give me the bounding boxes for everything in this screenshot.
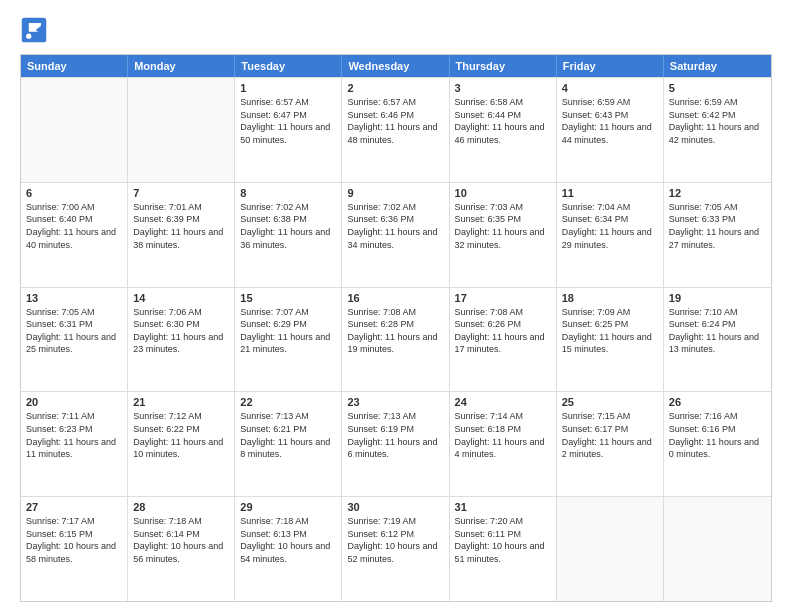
calendar-cell-2-6: 19Sunrise: 7:10 AMSunset: 6:24 PMDayligh… bbox=[664, 288, 771, 392]
calendar-cell-4-3: 30Sunrise: 7:19 AMSunset: 6:12 PMDayligh… bbox=[342, 497, 449, 601]
cell-info: Sunrise: 7:08 AMSunset: 6:28 PMDaylight:… bbox=[347, 306, 443, 356]
cell-date: 12 bbox=[669, 187, 766, 199]
cell-date: 30 bbox=[347, 501, 443, 513]
cell-info: Sunrise: 7:11 AMSunset: 6:23 PMDaylight:… bbox=[26, 410, 122, 460]
calendar-body: 1Sunrise: 6:57 AMSunset: 6:47 PMDaylight… bbox=[21, 77, 771, 601]
cell-date: 21 bbox=[133, 396, 229, 408]
cell-info: Sunrise: 6:57 AMSunset: 6:47 PMDaylight:… bbox=[240, 96, 336, 146]
calendar-cell-0-5: 4Sunrise: 6:59 AMSunset: 6:43 PMDaylight… bbox=[557, 78, 664, 182]
calendar-row-2: 13Sunrise: 7:05 AMSunset: 6:31 PMDayligh… bbox=[21, 287, 771, 392]
calendar-cell-0-6: 5Sunrise: 6:59 AMSunset: 6:42 PMDaylight… bbox=[664, 78, 771, 182]
cell-info: Sunrise: 7:04 AMSunset: 6:34 PMDaylight:… bbox=[562, 201, 658, 251]
cell-date: 27 bbox=[26, 501, 122, 513]
calendar-cell-0-3: 2Sunrise: 6:57 AMSunset: 6:46 PMDaylight… bbox=[342, 78, 449, 182]
calendar-cell-3-2: 22Sunrise: 7:13 AMSunset: 6:21 PMDayligh… bbox=[235, 392, 342, 496]
cell-info: Sunrise: 7:00 AMSunset: 6:40 PMDaylight:… bbox=[26, 201, 122, 251]
header-day-thursday: Thursday bbox=[450, 55, 557, 77]
calendar-cell-4-4: 31Sunrise: 7:20 AMSunset: 6:11 PMDayligh… bbox=[450, 497, 557, 601]
cell-info: Sunrise: 7:05 AMSunset: 6:31 PMDaylight:… bbox=[26, 306, 122, 356]
cell-date: 3 bbox=[455, 82, 551, 94]
cell-info: Sunrise: 7:16 AMSunset: 6:16 PMDaylight:… bbox=[669, 410, 766, 460]
cell-date: 7 bbox=[133, 187, 229, 199]
calendar-cell-0-4: 3Sunrise: 6:58 AMSunset: 6:44 PMDaylight… bbox=[450, 78, 557, 182]
header-day-saturday: Saturday bbox=[664, 55, 771, 77]
calendar-cell-3-6: 26Sunrise: 7:16 AMSunset: 6:16 PMDayligh… bbox=[664, 392, 771, 496]
cell-date: 25 bbox=[562, 396, 658, 408]
header-day-sunday: Sunday bbox=[21, 55, 128, 77]
cell-date: 6 bbox=[26, 187, 122, 199]
cell-date: 24 bbox=[455, 396, 551, 408]
cell-info: Sunrise: 7:19 AMSunset: 6:12 PMDaylight:… bbox=[347, 515, 443, 565]
cell-date: 13 bbox=[26, 292, 122, 304]
cell-info: Sunrise: 6:58 AMSunset: 6:44 PMDaylight:… bbox=[455, 96, 551, 146]
logo bbox=[20, 16, 52, 44]
cell-info: Sunrise: 7:07 AMSunset: 6:29 PMDaylight:… bbox=[240, 306, 336, 356]
cell-date: 28 bbox=[133, 501, 229, 513]
cell-date: 29 bbox=[240, 501, 336, 513]
cell-date: 1 bbox=[240, 82, 336, 94]
cell-info: Sunrise: 7:06 AMSunset: 6:30 PMDaylight:… bbox=[133, 306, 229, 356]
cell-info: Sunrise: 7:18 AMSunset: 6:13 PMDaylight:… bbox=[240, 515, 336, 565]
calendar-row-3: 20Sunrise: 7:11 AMSunset: 6:23 PMDayligh… bbox=[21, 391, 771, 496]
cell-info: Sunrise: 7:17 AMSunset: 6:15 PMDaylight:… bbox=[26, 515, 122, 565]
calendar-cell-3-5: 25Sunrise: 7:15 AMSunset: 6:17 PMDayligh… bbox=[557, 392, 664, 496]
calendar-cell-1-3: 9Sunrise: 7:02 AMSunset: 6:36 PMDaylight… bbox=[342, 183, 449, 287]
cell-date: 14 bbox=[133, 292, 229, 304]
cell-date: 11 bbox=[562, 187, 658, 199]
calendar-cell-1-6: 12Sunrise: 7:05 AMSunset: 6:33 PMDayligh… bbox=[664, 183, 771, 287]
cell-info: Sunrise: 7:09 AMSunset: 6:25 PMDaylight:… bbox=[562, 306, 658, 356]
header-day-wednesday: Wednesday bbox=[342, 55, 449, 77]
calendar-cell-3-0: 20Sunrise: 7:11 AMSunset: 6:23 PMDayligh… bbox=[21, 392, 128, 496]
cell-date: 19 bbox=[669, 292, 766, 304]
header-day-tuesday: Tuesday bbox=[235, 55, 342, 77]
calendar-cell-2-3: 16Sunrise: 7:08 AMSunset: 6:28 PMDayligh… bbox=[342, 288, 449, 392]
calendar-cell-2-2: 15Sunrise: 7:07 AMSunset: 6:29 PMDayligh… bbox=[235, 288, 342, 392]
calendar-cell-1-2: 8Sunrise: 7:02 AMSunset: 6:38 PMDaylight… bbox=[235, 183, 342, 287]
calendar-cell-2-0: 13Sunrise: 7:05 AMSunset: 6:31 PMDayligh… bbox=[21, 288, 128, 392]
cell-info: Sunrise: 7:14 AMSunset: 6:18 PMDaylight:… bbox=[455, 410, 551, 460]
cell-info: Sunrise: 7:01 AMSunset: 6:39 PMDaylight:… bbox=[133, 201, 229, 251]
calendar-cell-1-0: 6Sunrise: 7:00 AMSunset: 6:40 PMDaylight… bbox=[21, 183, 128, 287]
header bbox=[20, 16, 772, 44]
cell-date: 9 bbox=[347, 187, 443, 199]
cell-info: Sunrise: 6:59 AMSunset: 6:42 PMDaylight:… bbox=[669, 96, 766, 146]
cell-date: 23 bbox=[347, 396, 443, 408]
calendar-cell-4-0: 27Sunrise: 7:17 AMSunset: 6:15 PMDayligh… bbox=[21, 497, 128, 601]
cell-info: Sunrise: 7:02 AMSunset: 6:38 PMDaylight:… bbox=[240, 201, 336, 251]
calendar-cell-1-4: 10Sunrise: 7:03 AMSunset: 6:35 PMDayligh… bbox=[450, 183, 557, 287]
cell-info: Sunrise: 7:20 AMSunset: 6:11 PMDaylight:… bbox=[455, 515, 551, 565]
calendar-cell-2-5: 18Sunrise: 7:09 AMSunset: 6:25 PMDayligh… bbox=[557, 288, 664, 392]
calendar-cell-3-4: 24Sunrise: 7:14 AMSunset: 6:18 PMDayligh… bbox=[450, 392, 557, 496]
cell-date: 8 bbox=[240, 187, 336, 199]
calendar-cell-4-2: 29Sunrise: 7:18 AMSunset: 6:13 PMDayligh… bbox=[235, 497, 342, 601]
cell-date: 5 bbox=[669, 82, 766, 94]
cell-date: 18 bbox=[562, 292, 658, 304]
logo-icon bbox=[20, 16, 48, 44]
cell-date: 20 bbox=[26, 396, 122, 408]
cell-date: 26 bbox=[669, 396, 766, 408]
calendar-cell-4-5 bbox=[557, 497, 664, 601]
cell-date: 17 bbox=[455, 292, 551, 304]
cell-info: Sunrise: 7:12 AMSunset: 6:22 PMDaylight:… bbox=[133, 410, 229, 460]
calendar-cell-0-2: 1Sunrise: 6:57 AMSunset: 6:47 PMDaylight… bbox=[235, 78, 342, 182]
calendar-cell-1-1: 7Sunrise: 7:01 AMSunset: 6:39 PMDaylight… bbox=[128, 183, 235, 287]
svg-point-3 bbox=[26, 34, 31, 39]
calendar-row-4: 27Sunrise: 7:17 AMSunset: 6:15 PMDayligh… bbox=[21, 496, 771, 601]
calendar-cell-2-4: 17Sunrise: 7:08 AMSunset: 6:26 PMDayligh… bbox=[450, 288, 557, 392]
calendar-cell-4-6 bbox=[664, 497, 771, 601]
calendar-cell-0-0 bbox=[21, 78, 128, 182]
cell-info: Sunrise: 7:05 AMSunset: 6:33 PMDaylight:… bbox=[669, 201, 766, 251]
calendar-cell-4-1: 28Sunrise: 7:18 AMSunset: 6:14 PMDayligh… bbox=[128, 497, 235, 601]
cell-date: 16 bbox=[347, 292, 443, 304]
cell-info: Sunrise: 7:18 AMSunset: 6:14 PMDaylight:… bbox=[133, 515, 229, 565]
calendar-cell-2-1: 14Sunrise: 7:06 AMSunset: 6:30 PMDayligh… bbox=[128, 288, 235, 392]
cell-info: Sunrise: 7:08 AMSunset: 6:26 PMDaylight:… bbox=[455, 306, 551, 356]
cell-info: Sunrise: 7:15 AMSunset: 6:17 PMDaylight:… bbox=[562, 410, 658, 460]
page: SundayMondayTuesdayWednesdayThursdayFrid… bbox=[0, 0, 792, 612]
cell-info: Sunrise: 7:03 AMSunset: 6:35 PMDaylight:… bbox=[455, 201, 551, 251]
cell-info: Sunrise: 6:57 AMSunset: 6:46 PMDaylight:… bbox=[347, 96, 443, 146]
header-day-monday: Monday bbox=[128, 55, 235, 77]
calendar-header: SundayMondayTuesdayWednesdayThursdayFrid… bbox=[21, 55, 771, 77]
cell-date: 15 bbox=[240, 292, 336, 304]
calendar-row-1: 6Sunrise: 7:00 AMSunset: 6:40 PMDaylight… bbox=[21, 182, 771, 287]
